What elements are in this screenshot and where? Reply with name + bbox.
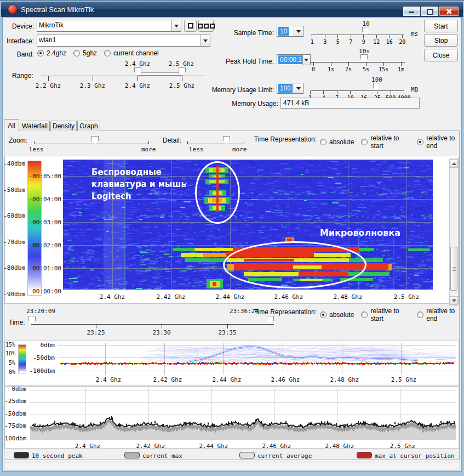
sample-time-dropdown-button[interactable] [294,26,303,36]
close-window-button[interactable] [439,6,459,16]
legend-label-cursor-max: max at cursor position [375,452,455,460]
interface-dropdown-button[interactable] [201,35,210,46]
wf-time-label: -00:04:00 [23,196,61,203]
density-dbm-label: -50dbm [26,354,55,361]
range-high-label: 2.5 Ghz [161,60,202,67]
range-tick-label: 2.4 Ghz [117,82,158,89]
band-option-current-channel[interactable]: current channel [104,49,159,57]
device-dropdown-button[interactable] [171,20,181,31]
memory-limit-unit: MB [411,86,418,93]
legend-label-peak: 10 second peak [32,452,83,460]
wf-time-label: -00:01:00 [23,265,61,272]
wf-freq-label: 2.4 Ghz [93,293,131,301]
waterfall-scrollbar[interactable] [449,158,459,305]
memory-limit-dropdown-button[interactable] [294,83,303,93]
band-option-5ghz[interactable]: 5ghz [73,49,97,57]
wf-time-label: -00:03:00 [23,219,61,226]
band-option-24ghz[interactable]: 2.4ghz [37,49,66,57]
interface-combo[interactable]: wlan1 [37,35,210,47]
graph-freq-label: 2.46 Ghz [257,443,296,450]
graph-dbm-label: -25dbm [1,398,26,405]
peak-hold-slider-value: 10s [345,48,383,55]
time-representation-label-bottom: Time Representation: [224,308,317,316]
tr-top-absolute[interactable]: absolute [320,138,354,146]
density-freq-label: 2.44 Ghz [208,376,246,383]
radio-icon [361,139,368,145]
wf-time-label: -00:02:00 [23,242,61,249]
title-bar[interactable]: Spectral Scan MikroTik [1,2,463,17]
range-label: Range: [12,72,33,80]
grip-icon [452,269,456,269]
band-radio-group: 2.4ghz 5ghz current channel [37,49,159,57]
radio-icon [320,311,326,318]
tab-density[interactable]: Density [50,121,77,131]
sample-time-ticks: 1 3 5 7 9 12 16 20 [306,35,409,45]
tr-bottom-relative-end[interactable]: relative to end [417,307,464,322]
device-label: Device: [5,22,34,30]
tab-graph[interactable]: Graph [77,121,100,131]
tr-top-relative-start[interactable]: relative to start [361,134,410,150]
range-track[interactable] [41,76,204,76]
time-label: Time: [9,319,25,326]
graph-freq-label: 2.48 Ghz [320,443,359,450]
radio-icon [417,139,423,145]
peak-hold-value: 00:00:10 [278,55,302,64]
device-small-button[interactable] [184,20,197,32]
graph-canvas[interactable] [30,387,456,442]
zoom-label: Zoom: [9,137,27,144]
radio-icon [73,50,80,56]
radio-icon [361,311,368,318]
time-representation-label-top: Time Representation: [230,135,317,143]
density-pct-label: 10% [1,350,15,356]
chevron-down-icon [296,87,301,90]
scrollbar-thumb[interactable] [450,247,457,291]
time-representation-group-top: absolute relative to start relative to e… [320,134,464,150]
memory-usage-label: Memory Usage: [225,100,278,107]
scroll-up-button[interactable] [450,159,458,168]
wf-time-label: -00:05:00 [23,173,61,180]
range-tick-label: 2.3 Ghz [72,82,113,89]
tab-waterfall[interactable]: Waterfall [20,121,50,131]
graph-freq-label: 2.42 Ghz [131,443,170,450]
time-tick-label: 23:35 [208,329,247,336]
minimize-icon [409,12,414,13]
wf-time-label: 00:00:00 [23,288,61,295]
graph-dbm-label: -100dbm [1,435,26,442]
range-tick-label: 2.2 Ghz [28,82,68,89]
stop-button[interactable]: Stop [424,34,458,47]
chevron-down-icon [296,30,301,33]
device-list-button[interactable] [198,20,214,32]
zoom-more-label: more [141,146,156,153]
graph-dbm-label: -50dbm [1,410,26,417]
device-combo[interactable]: MikroTik [37,20,181,32]
time-slider-track[interactable] [31,324,274,325]
scroll-down-button[interactable] [450,296,458,305]
density-freq-label: 2.46 Ghz [266,376,305,383]
zoom-slider-track[interactable] [34,141,149,144]
sample-time-slider-value: 10 [347,20,385,27]
tab-all[interactable]: All [4,119,19,131]
maximize-button[interactable] [421,6,439,16]
close-button[interactable]: Close [424,49,458,61]
wf-dbm-label: -40dbm [3,160,25,167]
tr-top-relative-end[interactable]: relative to end [417,134,464,150]
time-tick-label: 23:25 [77,329,115,336]
tr-bottom-absolute[interactable]: absolute [320,311,354,319]
memory-limit-slider-value: 100 [358,76,396,83]
maximize-icon [427,9,433,15]
time-representation-group-bottom: absolute relative to start relative to e… [320,307,464,322]
density-canvas[interactable] [58,343,456,375]
three-squares-icon [198,24,215,29]
memory-limit-combo[interactable]: 100 [277,83,303,94]
waterfall-color-scale [27,161,42,296]
sample-time-combo[interactable]: 10 [277,26,303,37]
detail-more-label: more [232,146,247,153]
radio-icon [320,139,326,145]
tr-bottom-relative-start[interactable]: relative to start [361,307,410,322]
wf-dbm-label: -60dbm [3,212,25,219]
density-pct-label: 0% [1,369,15,375]
start-button[interactable]: Start [424,20,458,32]
interface-label: Interface: [2,37,34,45]
wf-dbm-label: -70dbm [3,239,25,246]
minimize-button[interactable] [403,6,421,16]
